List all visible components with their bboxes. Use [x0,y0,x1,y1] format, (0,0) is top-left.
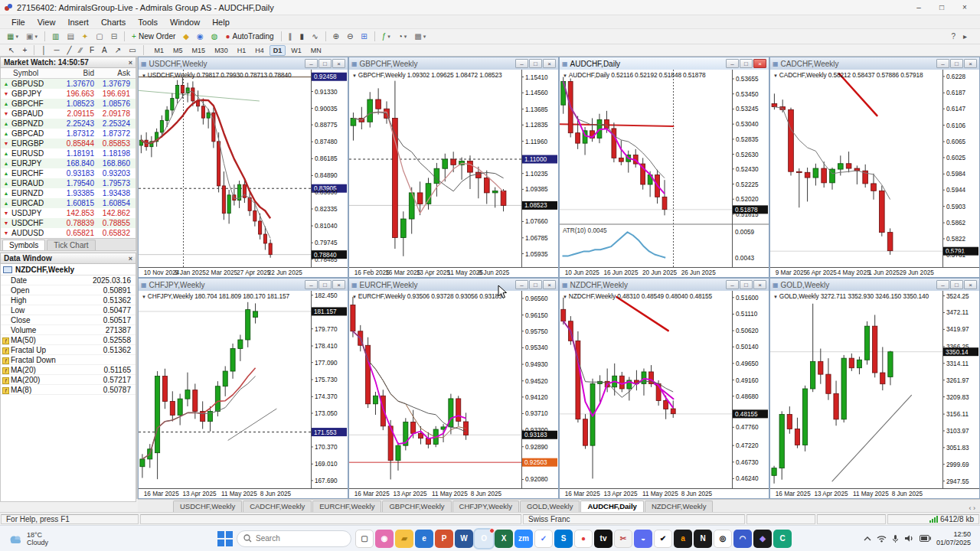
app-maximize-button[interactable]: □ [931,2,952,14]
app-document-icon[interactable]: ▢ [355,530,374,548]
app-amazon-icon[interactable]: a [674,530,692,548]
window-restore-button[interactable]: □ [740,280,753,289]
chart-window-titlebar[interactable]: ▦ EURCHF,Weekly – □ × [349,279,558,291]
app-obsidian-icon[interactable]: ◆ [753,530,772,548]
battery-icon[interactable] [920,535,931,542]
app-minimize-button[interactable]: – [908,2,929,14]
chart-canvas[interactable]: 0.924580.913300.900350.887750.874800.861… [139,70,348,277]
app-tv-icon[interactable]: tv [594,530,612,548]
tab-nzdchf-weekly[interactable]: NZDCHF,Weekly [645,500,714,512]
weather-widget[interactable]: 18°CCloudy [0,531,56,546]
market-watch-row[interactable]: ▲ GBPCHF 1.08523 1.08576 [1,99,136,109]
vertical-line-tool-button[interactable]: │ [38,44,49,57]
chart-canvas[interactable]: 0.62280.61870.61470.61060.60650.60250.59… [770,70,979,277]
window-minimize-button[interactable]: – [726,59,739,68]
indicators-button[interactable]: ƒ▾ [379,31,394,43]
window-close-button[interactable]: × [332,59,345,68]
window-minimize-button[interactable]: – [936,59,949,68]
text-tool-button[interactable]: A [99,44,110,57]
app-file-explorer-icon[interactable]: ▰ [395,530,413,548]
chart-canvas[interactable]: 1.154101.145601.136851.128351.119601.110… [349,70,558,277]
window-restore-button[interactable]: □ [529,280,542,289]
clock[interactable]: 12:50 01/07/2025 [936,530,971,547]
window-close-button[interactable]: × [543,59,556,68]
timeframe-m5-button[interactable]: M5 [169,45,187,56]
app-notion-icon[interactable]: N [694,530,712,548]
chart-window-titlebar[interactable]: ▦ GBPCHF,Weekly – □ × [349,57,558,70]
app-chat-icon[interactable]: C [773,530,792,548]
timeframe-mn-button[interactable]: MN [307,45,325,56]
tab-gold-weekly[interactable]: GOLD,Weekly [520,500,580,512]
tab-chfjpy-weekly[interactable]: CHFJPY,Weekly [452,500,519,512]
timeframe-m1-button[interactable]: M1 [151,45,168,56]
periods-button[interactable]: ◔▾ [395,31,410,43]
window-close-button[interactable]: × [753,59,766,68]
window-close-button[interactable]: × [543,280,556,289]
market-watch-row[interactable]: ▼ USDJPY 142.853 142.862 [1,208,136,218]
market-watch-row[interactable]: ▲ EURUSD 1.18191 1.18198 [1,148,136,158]
market-watch-row[interactable]: ▼ GBPJPY 196.663 196.691 [1,89,136,99]
profiles-button[interactable]: ▣▾ [23,31,41,43]
timeframe-w1-button[interactable]: W1 [287,45,305,56]
market-watch-row[interactable]: ▼ GBPAUD 2.09115 2.09178 [1,109,136,119]
app-word-icon[interactable]: W [455,530,473,548]
chart-window-titlebar[interactable]: ▦ USDCHF,Weekly – □ × [139,57,348,70]
market-watch-row[interactable]: ▲ EURNZD 1.93385 1.93438 [1,188,136,198]
tab-cadchf-weekly[interactable]: CADCHF,Weekly [243,500,312,512]
market-watch-row[interactable]: ▼ AUDUSD 0.65821 0.65832 [1,228,136,238]
strategy-tester-button[interactable]: ⊟ [108,31,120,43]
candle-chart-button[interactable]: ▮ [297,31,308,43]
window-close-button[interactable]: × [964,280,977,289]
search-input[interactable] [256,534,332,543]
signals-button[interactable]: ◍ [208,31,221,43]
menu-file[interactable]: File [6,16,31,28]
menu-charts[interactable]: Charts [96,16,131,28]
menu-view[interactable]: View [32,16,61,28]
network-icon[interactable] [877,534,887,543]
app-bot-icon[interactable]: ◒ [634,530,652,548]
app-close-button[interactable]: × [954,2,975,14]
window-minimize-button[interactable]: – [515,280,528,289]
start-button[interactable] [217,530,234,547]
window-restore-button[interactable]: □ [740,59,753,68]
timeframe-d1-button[interactable]: D1 [270,45,286,56]
zoom-out-button[interactable]: ⊖ [344,31,356,43]
chart-canvas[interactable]: ATR(10) 0.00450.00590.00430.536550.53450… [560,70,769,277]
templates-button[interactable]: ▩▾ [411,31,429,43]
shapes-tool-button[interactable]: ▭ [126,44,139,57]
market-watch-row[interactable]: ▲ EURAUD 1.79540 1.79573 [1,178,136,188]
microphone-icon[interactable] [892,534,899,543]
window-minimize-button[interactable]: – [515,59,528,68]
chart-window-titlebar[interactable]: ▦ CHFJPY,Weekly – □ × [139,279,348,291]
app-arc-icon[interactable]: ◠ [733,530,752,548]
window-restore-button[interactable]: □ [318,280,332,289]
market-watch-row[interactable]: ▲ EURCAD 1.60815 1.60854 [1,198,136,208]
app-copilot-icon[interactable]: ◉ [375,530,394,548]
chart-window-titlebar[interactable]: ▦ GOLD,Weekly – □ × [770,279,979,291]
crosshair-tool-button[interactable]: + [19,44,30,57]
window-restore-button[interactable]: □ [950,59,963,68]
new-chart-button[interactable]: ▦▾ [4,31,21,43]
tab-symbols[interactable]: Symbols [2,240,45,250]
data-window-close-icon[interactable]: × [129,255,132,262]
data-window-header[interactable]: Data Window × [0,253,136,264]
chart-window-titlebar[interactable]: ▦ NZDCHF,Weekly – □ × [560,279,769,291]
search-bar[interactable] [237,530,351,547]
zoom-in-button[interactable]: ⊕ [330,31,342,43]
window-close-button[interactable]: × [332,280,345,289]
chart-canvas[interactable]: 182.450181.157179.770178.410177.090175.7… [139,291,348,498]
experts-button[interactable]: ◉ [194,31,207,43]
menu-tools[interactable]: Tools [132,16,163,28]
window-minimize-button[interactable]: – [305,280,318,289]
app-snip-icon[interactable]: ✂ [614,530,632,548]
chart-canvas[interactable]: 0.965600.961500.957500.953400.949300.945… [349,291,558,498]
chart-canvas[interactable]: 0.516000.511100.506200.501400.496500.491… [560,291,769,498]
window-minimize-button[interactable]: – [936,280,949,289]
data-window-button[interactable]: ▤ [64,31,77,43]
volume-icon[interactable] [904,534,914,543]
app-powerpoint-icon[interactable]: P [435,530,453,548]
quick-nav-button[interactable]: ▸ [960,31,970,43]
timeframe-h1-button[interactable]: H1 [234,45,250,56]
menu-window[interactable]: Window [165,16,205,28]
chart-window-titlebar[interactable]: ▦ CADCHF,Weekly – □ × [770,57,979,70]
